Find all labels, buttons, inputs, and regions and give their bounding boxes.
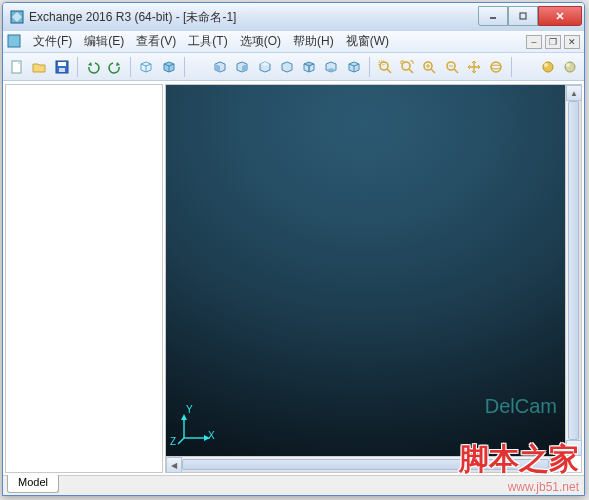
view-back-button[interactable] bbox=[232, 56, 252, 78]
view-front-button[interactable] bbox=[210, 56, 230, 78]
svg-rect-5 bbox=[8, 35, 20, 47]
view-tabs: Model bbox=[3, 475, 584, 495]
zoom-window-button[interactable] bbox=[375, 56, 395, 78]
orbit-button[interactable] bbox=[486, 56, 506, 78]
wireframe-button[interactable] bbox=[136, 56, 156, 78]
view-right-button[interactable] bbox=[277, 56, 297, 78]
svg-point-24 bbox=[543, 62, 553, 72]
scroll-thumb-horizontal[interactable] bbox=[182, 459, 549, 470]
close-button[interactable] bbox=[538, 6, 582, 26]
menu-view[interactable]: 查看(V) bbox=[130, 31, 182, 52]
zoom-out-button[interactable] bbox=[441, 56, 461, 78]
mdi-restore-button[interactable]: ❐ bbox=[545, 35, 561, 49]
svg-line-16 bbox=[431, 69, 435, 73]
axis-z-label: Z bbox=[170, 436, 176, 447]
axis-y-label: Y bbox=[186, 404, 193, 415]
menu-window[interactable]: 视窗(W) bbox=[340, 31, 395, 52]
menu-file[interactable]: 文件(F) bbox=[27, 31, 78, 52]
svg-rect-8 bbox=[58, 62, 66, 66]
view-bottom-button[interactable] bbox=[321, 56, 341, 78]
svg-line-20 bbox=[454, 69, 458, 73]
svg-point-10 bbox=[380, 62, 388, 70]
zoom-extents-button[interactable] bbox=[397, 56, 417, 78]
svg-line-11 bbox=[387, 69, 391, 73]
undo-button[interactable] bbox=[83, 56, 103, 78]
menu-tools[interactable]: 工具(T) bbox=[182, 31, 233, 52]
new-button[interactable] bbox=[7, 56, 27, 78]
axis-x-label: X bbox=[208, 430, 215, 441]
menu-options[interactable]: 选项(O) bbox=[234, 31, 287, 52]
mdi-minimize-button[interactable]: – bbox=[526, 35, 542, 49]
mdi-close-button[interactable]: ✕ bbox=[564, 35, 580, 49]
svg-point-22 bbox=[491, 62, 501, 72]
title-bar: Exchange 2016 R3 (64-bit) - [未命名-1] bbox=[3, 3, 584, 31]
window-title: Exchange 2016 R3 (64-bit) - [未命名-1] bbox=[29, 9, 236, 26]
main-toolbar bbox=[3, 53, 584, 81]
viewport-watermark: DelCam bbox=[485, 395, 557, 418]
pan-button[interactable] bbox=[464, 56, 484, 78]
svg-point-23 bbox=[491, 65, 501, 69]
svg-rect-9 bbox=[59, 68, 65, 72]
tree-panel[interactable] bbox=[5, 84, 163, 473]
svg-point-26 bbox=[565, 62, 575, 72]
scroll-left-button[interactable]: ◀ bbox=[166, 457, 182, 473]
window-controls bbox=[478, 6, 582, 26]
tab-model[interactable]: Model bbox=[7, 475, 59, 493]
save-button[interactable] bbox=[52, 56, 72, 78]
menu-bar: 文件(F) 编辑(E) 查看(V) 工具(T) 选项(O) 帮助(H) 视窗(W… bbox=[3, 31, 584, 53]
redo-button[interactable] bbox=[105, 56, 125, 78]
scrollbar-vertical[interactable]: ▲ ▼ bbox=[565, 85, 581, 456]
axis-triad: X Y Z bbox=[176, 406, 216, 446]
menu-edit[interactable]: 编辑(E) bbox=[78, 31, 130, 52]
menu-help[interactable]: 帮助(H) bbox=[287, 31, 340, 52]
app-menu-icon bbox=[7, 34, 23, 50]
svg-line-30 bbox=[178, 438, 184, 444]
scrollbar-horizontal[interactable]: ◀ ▶ bbox=[166, 456, 565, 472]
render-toggle-button[interactable] bbox=[537, 56, 557, 78]
svg-line-14 bbox=[409, 69, 413, 73]
view-iso-button[interactable] bbox=[343, 56, 363, 78]
light-toggle-button[interactable] bbox=[560, 56, 580, 78]
scroll-down-button[interactable]: ▼ bbox=[566, 440, 582, 456]
app-window: Exchange 2016 R3 (64-bit) - [未命名-1] 文件(F… bbox=[2, 2, 585, 496]
content-area: X Y Z DelCam ▲ ▼ ◀ ▶ bbox=[3, 81, 584, 475]
scroll-right-button[interactable]: ▶ bbox=[549, 457, 565, 473]
open-button[interactable] bbox=[29, 56, 49, 78]
shaded-button[interactable] bbox=[158, 56, 178, 78]
svg-point-13 bbox=[402, 62, 410, 70]
app-icon bbox=[9, 9, 25, 25]
svg-rect-2 bbox=[520, 13, 526, 19]
view-left-button[interactable] bbox=[254, 56, 274, 78]
zoom-in-button[interactable] bbox=[419, 56, 439, 78]
scroll-thumb-vertical[interactable] bbox=[568, 101, 579, 440]
3d-viewport[interactable]: X Y Z DelCam bbox=[166, 85, 565, 456]
mdi-controls: – ❐ ✕ bbox=[526, 35, 580, 49]
viewport-container: X Y Z DelCam ▲ ▼ ◀ ▶ bbox=[165, 84, 582, 473]
scroll-up-button[interactable]: ▲ bbox=[566, 85, 582, 101]
view-top-button[interactable] bbox=[299, 56, 319, 78]
maximize-button[interactable] bbox=[508, 6, 538, 26]
svg-point-27 bbox=[566, 63, 570, 67]
svg-point-25 bbox=[544, 63, 548, 67]
minimize-button[interactable] bbox=[478, 6, 508, 26]
